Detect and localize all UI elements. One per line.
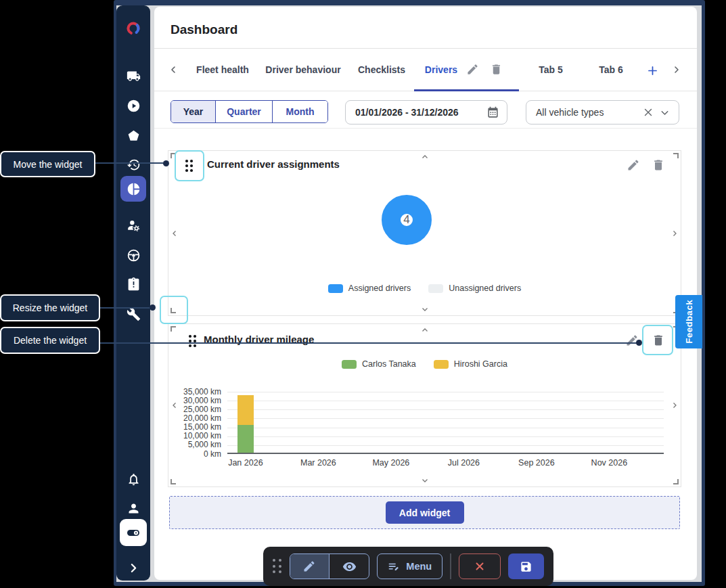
gridline [227,428,664,428]
resize-corner-mark[interactable] [171,479,176,484]
menu-button-label: Menu [406,561,432,572]
period-toggle-group: Year Quarter Month [171,100,328,123]
period-month-button[interactable]: Month [273,101,327,122]
delete-tab-trash-icon[interactable] [490,63,503,76]
sidebar-item-dashboard-selected[interactable] [120,176,146,202]
expand-right-icon[interactable] [672,401,680,409]
delete-annotation: Delete the widget [0,327,100,354]
edit-widget-pencil-icon[interactable] [627,158,641,173]
menu-button[interactable]: Menu [377,553,443,579]
chevron-right-icon[interactable] [125,560,141,576]
y-tick-label: 15,000 km [170,423,221,432]
legend-item: Unassigned drivers [428,284,521,293]
delete-widget-trash-icon[interactable] [652,158,666,173]
mileage-plot [227,392,664,454]
cancel-button[interactable] [459,553,500,579]
edit-tab-pencil-icon[interactable] [466,63,480,76]
annotation-label: Resize the widget [13,302,88,313]
save-icon [520,560,532,573]
person-gear-icon[interactable] [125,217,141,233]
person-icon[interactable] [125,500,141,516]
gridline [227,436,664,437]
legend-label: Carlos Tanaka [362,359,416,369]
legend-item: Carlos Tanaka [342,359,416,369]
add-tab-plus-icon[interactable] [646,64,657,75]
annotation-label: Move the widget [14,159,83,170]
move-highlight-box [175,150,204,181]
y-tick-label: 25,000 km [170,405,221,414]
tab-5[interactable]: Tab 5 [539,64,563,75]
resize-corner-mark[interactable] [171,326,176,332]
tabs-scroll-left-icon[interactable] [168,64,179,75]
chevron-down-icon[interactable] [658,106,671,119]
date-range-value: 01/01/2026 - 31/12/2026 [346,107,486,118]
pie-chart-icon [127,182,141,196]
move-annotation: Move the widget [0,151,95,177]
expand-down-icon[interactable] [421,307,429,315]
expand-left-icon[interactable] [169,229,177,238]
tab-6[interactable]: Tab 6 [599,64,623,75]
selected-tab-underline [414,89,519,91]
x-tick-label: May 2026 [364,458,418,468]
vehicle-type-value: All vehicle types [526,107,641,118]
annotation-label: Delete the widget [14,335,87,346]
y-tick-label: 10,000 km [170,432,221,440]
tab-drivers-selected[interactable]: Drivers [425,64,457,75]
move-annotation-dot [163,160,169,166]
date-range-input[interactable]: 01/01/2026 - 31/12/2026 [345,100,507,125]
filters-row: Year Quarter Month 01/01/2026 - 31/12/20… [154,97,697,129]
x-tick-label: Jul 2026 [436,458,491,468]
widget-title: Current driver assignments [207,158,340,170]
delete-highlight-box [642,325,673,355]
calendar-icon[interactable] [486,106,499,119]
truck-icon[interactable] [125,68,141,84]
steering-wheel-icon[interactable] [125,247,141,263]
settings-toggle-icon[interactable] [120,519,147,546]
x-icon [474,560,486,572]
tab-checklists[interactable]: Checklists [358,64,405,75]
edit-toolbar: Menu [263,547,553,586]
edit-mode-pencil-button[interactable] [290,554,330,579]
tabs-scroll-right-icon[interactable] [671,64,682,75]
widget-monthly-driver-mileage: Monthly driver mileage Carlos Tanaka Hir… [168,323,681,487]
save-button[interactable] [508,553,544,579]
expand-down-icon[interactable] [421,478,429,486]
bar-segment-hiroshi-garcia [237,395,254,425]
expand-right-icon[interactable] [672,229,680,238]
drag-handle-icon[interactable] [273,559,282,574]
period-year-button[interactable]: Year [171,101,216,122]
resize-corner-mark[interactable] [673,479,679,484]
tab-fleet-health[interactable]: Fleet health [196,64,249,75]
x-tick-label: Nov 2026 [582,458,636,468]
resize-annotation: Resize the widget [0,294,100,321]
y-tick-label: 0 km [170,450,221,459]
tab-driver-behaviour[interactable]: Driver behaviour [265,64,340,75]
pencil-icon [302,560,316,573]
dashboard-tabs: Fleet health Driver behaviour Checklists… [154,49,697,91]
clipboard-alert-icon[interactable] [125,275,141,292]
eye-icon [342,560,357,574]
view-mode-eye-button[interactable] [330,554,369,579]
mileage-y-axis: 35,000 km30,000 km25,000 km20,000 km15,0… [170,392,224,459]
assignments-legend-swatch-1 [428,284,443,293]
page-title: Dashboard [171,22,237,37]
bell-icon[interactable] [125,471,141,487]
expand-up-icon[interactable] [421,152,429,160]
play-circle-icon[interactable] [125,97,141,114]
resize-corner-mark[interactable] [673,153,679,158]
vehicle-type-select[interactable]: All vehicle types [526,100,679,125]
history-icon[interactable] [125,156,141,173]
feedback-tab[interactable]: Feedback [675,295,702,348]
legend-label: Assigned drivers [348,284,411,293]
add-widget-button[interactable]: Add widget [386,501,464,524]
mileage-legend-swatch-0 [342,360,357,369]
period-quarter-button[interactable]: Quarter [216,101,273,122]
resize-annotation-dot [150,304,156,311]
playlist-edit-icon [388,560,401,573]
clear-filter-x-icon[interactable] [641,106,655,119]
donut-center-value: 4 [382,195,432,245]
widget-drag-handle[interactable] [189,335,196,347]
pentagon-icon[interactable] [125,127,141,143]
expand-up-icon[interactable] [421,325,429,333]
y-tick-label: 5,000 km [170,440,221,449]
